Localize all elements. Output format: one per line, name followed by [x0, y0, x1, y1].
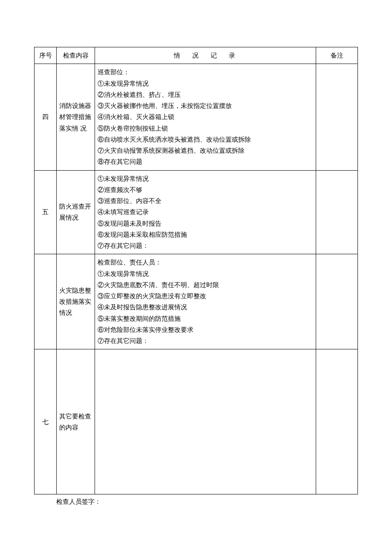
table-row: 四 消防设施器材管理措施落实情 况 巡查部位：①未发现异常情况②消火栓被遮挡、挤… — [35, 64, 358, 170]
row-record: ①未发现异常情况②巡查频次不够③巡查部位、内容不全④未填写巡查记录⑤发现问题未及… — [95, 170, 316, 254]
row-num: 四 — [35, 64, 57, 170]
header-num: 序号 — [35, 47, 57, 64]
row-record-text: 巡查部位：①未发现异常情况②消火栓被遮挡、挤占、埋压③灭火器被挪作他用、埋压，未… — [98, 67, 313, 167]
row-remark — [316, 254, 358, 349]
row-record-text: ①未发现异常情况②巡查频次不够③巡查部位、内容不全④未填写巡查记录⑤发现问题未及… — [98, 173, 313, 252]
row-num — [35, 254, 57, 349]
row-num: 五 — [35, 170, 57, 254]
row-num: 七 — [35, 349, 57, 494]
inspection-table: 序号 检查内容 情况记录 备注 四 消防设施器材管理措施落实情 况 巡查部位：①… — [34, 47, 358, 494]
row-content: 其它要检查的内容 — [57, 349, 95, 494]
row-content: 火灾隐患整改措施落实情况 — [57, 254, 95, 349]
row-content: 防火巡查开展情况 — [57, 170, 95, 254]
row-remark — [316, 170, 358, 254]
row-remark — [316, 349, 358, 494]
header-record: 情况记录 — [95, 47, 316, 64]
row-record-text: 检查部位、责任人员：①未发现异常情况②火灾隐患底数不清、责任不明、超过时限③应立… — [98, 257, 313, 346]
row-record — [95, 349, 316, 494]
table-header-row: 序号 检查内容 情况记录 备注 — [35, 47, 358, 64]
row-content: 消防设施器材管理措施落实情 况 — [57, 64, 95, 170]
row-remark — [316, 64, 358, 170]
header-remark: 备注 — [316, 47, 358, 64]
row-record: 检查部位、责任人员：①未发现异常情况②火灾隐患底数不清、责任不明、超过时限③应立… — [95, 254, 316, 349]
signature-line: 检查人员签字： — [56, 498, 358, 506]
row-record: 巡查部位：①未发现异常情况②消火栓被遮挡、挤占、埋压③灭火器被挪作他用、埋压，未… — [95, 64, 316, 170]
table-row: 五 防火巡查开展情况 ①未发现异常情况②巡查频次不够③巡查部位、内容不全④未填写… — [35, 170, 358, 254]
header-content: 检查内容 — [57, 47, 95, 64]
table-row: 火灾隐患整改措施落实情况 检查部位、责任人员：①未发现异常情况②火灾隐患底数不清… — [35, 254, 358, 349]
table-row: 七 其它要检查的内容 — [35, 349, 358, 494]
